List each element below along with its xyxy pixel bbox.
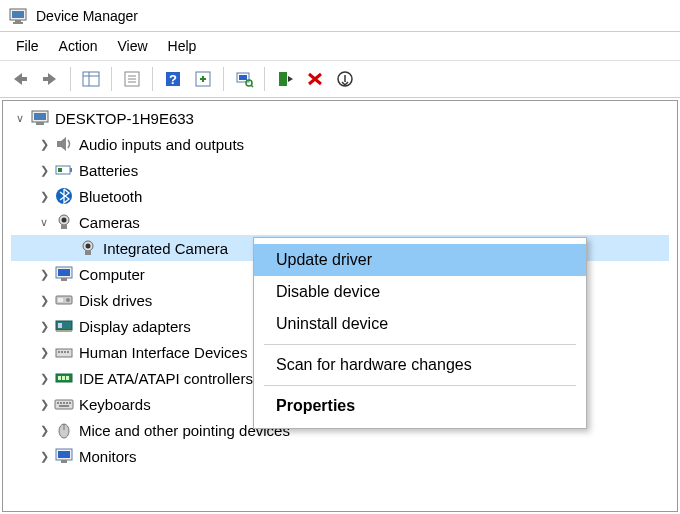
camera-icon (77, 238, 99, 258)
expander-icon[interactable]: ❯ (37, 450, 51, 463)
expander-icon[interactable]: ❯ (37, 138, 51, 151)
svg-rect-2 (15, 20, 21, 22)
svg-rect-36 (58, 269, 70, 276)
context-properties[interactable]: Properties (254, 390, 586, 422)
display-adapter-icon (53, 316, 75, 336)
device-tree-panel: ∨ DESKTOP-1H9E633 ❯ Audio inputs and out… (2, 100, 678, 512)
tree-label: IDE ATA/ATAPI controllers (77, 370, 253, 387)
computer-icon (29, 108, 51, 128)
back-button[interactable] (6, 66, 34, 92)
tree-label: Bluetooth (77, 188, 142, 205)
tree-label: Monitors (77, 448, 137, 465)
svg-rect-26 (70, 168, 72, 172)
tree-node-batteries[interactable]: ❯ Batteries (11, 157, 669, 183)
tree-label: Cameras (77, 214, 140, 231)
expander-icon[interactable]: ❯ (37, 164, 51, 177)
toolbar-separator (152, 67, 153, 91)
update-driver-button[interactable] (271, 66, 299, 92)
svg-rect-5 (43, 77, 49, 81)
svg-rect-1 (12, 11, 24, 18)
expander-icon[interactable]: ❯ (37, 190, 51, 203)
forward-button[interactable] (36, 66, 64, 92)
svg-rect-6 (83, 72, 99, 86)
tree-root-label: DESKTOP-1H9E633 (53, 110, 194, 127)
svg-rect-34 (85, 251, 91, 255)
svg-rect-47 (64, 351, 66, 353)
svg-rect-42 (58, 323, 62, 328)
context-separator (264, 385, 576, 386)
menu-view[interactable]: View (107, 34, 157, 58)
expander-icon[interactable]: ❯ (37, 268, 51, 281)
speaker-icon (53, 134, 75, 154)
svg-rect-57 (66, 402, 68, 404)
device-manager-icon (8, 6, 28, 26)
expander-icon[interactable]: ∨ (13, 112, 27, 125)
context-scan-hardware[interactable]: Scan for hardware changes (254, 349, 586, 381)
expander-icon[interactable]: ❯ (37, 294, 51, 307)
titlebar: Device Manager (0, 0, 680, 32)
svg-rect-46 (61, 351, 63, 353)
tree-node-monitors[interactable]: ❯ Monitors (11, 443, 669, 469)
svg-rect-51 (62, 376, 65, 380)
hid-icon (53, 342, 75, 362)
expander-icon[interactable]: ❯ (37, 398, 51, 411)
uninstall-button[interactable] (301, 66, 329, 92)
svg-rect-37 (61, 278, 67, 281)
bluetooth-icon (53, 186, 75, 206)
svg-rect-48 (67, 351, 69, 353)
disable-button[interactable] (331, 66, 359, 92)
tree-label: Keyboards (77, 396, 151, 413)
svg-rect-43 (56, 330, 72, 332)
mouse-icon (53, 420, 75, 440)
scan-hardware-button[interactable] (230, 66, 258, 92)
tree-root[interactable]: ∨ DESKTOP-1H9E633 (11, 105, 669, 131)
tree-node-audio[interactable]: ❯ Audio inputs and outputs (11, 131, 669, 157)
context-menu: Update driver Disable device Uninstall d… (253, 237, 587, 429)
tree-node-bluetooth[interactable]: ❯ Bluetooth (11, 183, 669, 209)
camera-icon (53, 212, 75, 232)
svg-rect-45 (58, 351, 60, 353)
svg-rect-53 (55, 400, 73, 409)
svg-point-30 (62, 218, 67, 223)
svg-rect-50 (58, 376, 61, 380)
toolbar-separator (111, 67, 112, 91)
monitor-icon (53, 264, 75, 284)
svg-rect-31 (61, 225, 67, 229)
svg-rect-40 (58, 298, 63, 302)
tree-label: Disk drives (77, 292, 152, 309)
menu-file[interactable]: File (6, 34, 49, 58)
battery-icon (53, 160, 75, 180)
context-update-driver[interactable]: Update driver (254, 244, 586, 276)
keyboard-icon (53, 394, 75, 414)
expander-icon[interactable]: ❯ (37, 424, 51, 437)
menu-help[interactable]: Help (158, 34, 207, 58)
action-button[interactable] (189, 66, 217, 92)
context-separator (264, 344, 576, 345)
expander-icon[interactable]: ∨ (37, 216, 51, 229)
context-disable-device[interactable]: Disable device (254, 276, 586, 308)
help-button[interactable]: ? (159, 66, 187, 92)
tree-label: Audio inputs and outputs (77, 136, 244, 153)
context-uninstall-device[interactable]: Uninstall device (254, 308, 586, 340)
properties-button[interactable] (118, 66, 146, 92)
expander-icon[interactable]: ❯ (37, 320, 51, 333)
svg-rect-24 (36, 122, 44, 125)
svg-rect-23 (34, 113, 46, 120)
tree-node-cameras[interactable]: ∨ Cameras (11, 209, 669, 235)
svg-point-33 (86, 244, 91, 249)
expander-icon[interactable]: ❯ (37, 372, 51, 385)
monitor-icon (53, 446, 75, 466)
svg-rect-55 (60, 402, 62, 404)
expander-icon[interactable]: ❯ (37, 346, 51, 359)
toolbar: ? (0, 60, 680, 98)
show-hide-tree-button[interactable] (77, 66, 105, 92)
toolbar-separator (264, 67, 265, 91)
svg-line-19 (251, 85, 253, 87)
tree-label: Computer (77, 266, 145, 283)
svg-rect-63 (58, 451, 70, 458)
svg-rect-17 (239, 75, 247, 80)
menu-action[interactable]: Action (49, 34, 108, 58)
svg-rect-3 (13, 22, 23, 24)
svg-rect-27 (58, 168, 62, 172)
svg-rect-56 (63, 402, 65, 404)
